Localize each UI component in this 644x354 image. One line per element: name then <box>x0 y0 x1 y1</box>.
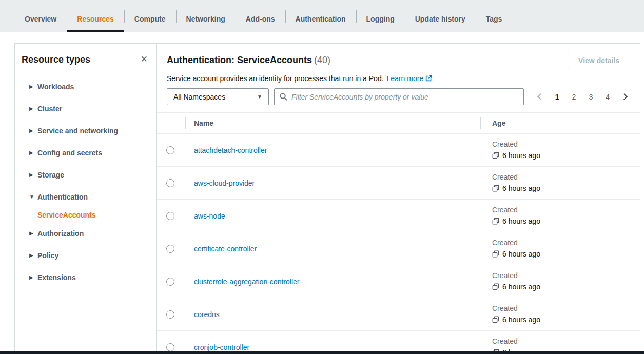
row-radio[interactable] <box>166 343 174 351</box>
sidebar-item-label: Authentication <box>37 193 88 201</box>
search-icon <box>280 93 287 101</box>
pagination: 1 2 3 4 <box>535 92 630 102</box>
row-radio[interactable] <box>166 278 174 286</box>
chevron-right-icon: ▶ <box>29 150 37 155</box>
tab-compute[interactable]: Compute <box>124 0 176 32</box>
tab-label: Add-ons <box>246 15 275 23</box>
resource-link[interactable]: cronjob-controller <box>185 343 249 351</box>
search-input[interactable] <box>291 93 518 101</box>
table-row: certificate-controller Created 6 hours a… <box>157 232 640 265</box>
sidebar-item-policy[interactable]: ▶ Policy <box>15 244 156 266</box>
sidebar-item-authentication[interactable]: ▼ Authentication <box>15 186 156 208</box>
item-count: (40) <box>314 55 330 65</box>
serviceaccounts-panel: Authentication: ServiceAccounts(40) View… <box>157 43 640 354</box>
created-label: Created <box>492 139 640 149</box>
sidebar-item-label: Config and secrets <box>37 149 102 157</box>
tab-label: Resources <box>77 15 114 23</box>
sidebar-item-authorization[interactable]: ▶ Authorization <box>15 222 156 244</box>
resource-link[interactable]: clusterrole-aggregation-controller <box>185 278 299 286</box>
age-value: 6 hours ago <box>502 313 540 326</box>
sidebar-item-serviceaccounts[interactable]: ServiceAccounts <box>15 208 156 222</box>
sidebar-item-cluster[interactable]: ▶ Cluster <box>15 97 156 120</box>
page-button-1[interactable]: 1 <box>552 92 563 102</box>
tab-update-history[interactable]: Update history <box>405 0 476 32</box>
view-details-button[interactable]: View details <box>568 53 630 68</box>
external-link-icon <box>425 75 432 82</box>
copy-icon[interactable] <box>492 250 499 258</box>
age-cell: Created 6 hours ago <box>480 270 640 293</box>
namespace-select[interactable]: All Namespaces ▼ <box>167 88 269 105</box>
created-label: Created <box>492 238 640 248</box>
sidebar-item-label: Workloads <box>37 83 74 91</box>
copy-icon[interactable] <box>492 218 499 225</box>
chevron-left-icon[interactable] <box>537 93 544 100</box>
description: Service account provides an identity for… <box>167 73 630 84</box>
close-icon[interactable]: ✕ <box>140 54 149 65</box>
tab-networking[interactable]: Networking <box>176 0 236 32</box>
description-text: Service account provides an identity for… <box>167 74 384 83</box>
resource-link[interactable]: certificate-controller <box>185 245 257 253</box>
chevron-right-icon[interactable] <box>621 93 628 100</box>
tab-tags[interactable]: Tags <box>476 0 513 32</box>
age-value: 6 hours ago <box>502 182 540 194</box>
resource-link[interactable]: attachdetach-controller <box>185 146 267 154</box>
resource-link[interactable]: aws-cloud-provider <box>185 179 255 187</box>
table-row: attachdetach-controller Created 6 hours … <box>157 134 640 167</box>
age-value: 6 hours ago <box>502 215 540 227</box>
chevron-right-icon: ▶ <box>29 106 37 111</box>
tab-label: Networking <box>186 15 225 23</box>
copy-icon[interactable] <box>492 316 499 323</box>
resource-types-nav: ▶ Workloads ▶ Cluster ▶ Service and netw… <box>15 75 156 288</box>
row-radio[interactable] <box>166 179 174 187</box>
chevron-right-icon: ▶ <box>29 230 37 236</box>
sidebar-item-label: Service and networking <box>37 127 118 135</box>
tab-resources[interactable]: Resources <box>67 0 124 32</box>
age-cell: Created 6 hours ago <box>480 139 640 162</box>
sidebar-item-label: Storage <box>37 171 64 179</box>
age-cell: Created 6 hours ago <box>480 303 640 326</box>
chevron-right-icon: ▶ <box>29 84 37 89</box>
tab-label: Logging <box>366 15 395 23</box>
row-radio[interactable] <box>166 310 174 319</box>
table-row: aws-node Created 6 hours ago <box>157 200 640 232</box>
caret-down-icon: ▼ <box>257 94 262 100</box>
resource-types-header: Resource types ✕ <box>15 44 156 66</box>
sidebar-item-label: Policy <box>37 251 58 260</box>
page-button-2[interactable]: 2 <box>569 92 580 102</box>
tab-overview[interactable]: Overview <box>14 0 67 32</box>
row-radio[interactable] <box>166 146 174 154</box>
copy-icon[interactable] <box>492 152 499 159</box>
resource-link[interactable]: aws-node <box>185 212 225 220</box>
page-title: Authentication: ServiceAccounts(40) <box>167 55 330 66</box>
page-button-3[interactable]: 3 <box>585 92 596 102</box>
panel-header: Authentication: ServiceAccounts(40) View… <box>157 44 640 105</box>
sidebar-item-extensions[interactable]: ▶ Extensions <box>15 266 156 288</box>
resource-link[interactable]: coredns <box>185 310 220 319</box>
sidebar-item-service-and-networking[interactable]: ▶ Service and networking <box>15 120 156 142</box>
sidebar-item-workloads[interactable]: ▶ Workloads <box>15 75 156 97</box>
row-radio[interactable] <box>166 212 174 220</box>
tab-authentication[interactable]: Authentication <box>285 0 356 32</box>
sidebar-item-storage[interactable]: ▶ Storage <box>15 164 156 186</box>
learn-more-link[interactable]: Learn more <box>387 74 433 83</box>
sidebar-item-config-and-secrets[interactable]: ▶ Config and secrets <box>15 142 156 164</box>
chevron-down-icon: ▼ <box>29 194 37 200</box>
age-value: 6 hours ago <box>502 149 540 162</box>
column-header-age: Age <box>480 119 640 127</box>
tab-label: Overview <box>25 15 56 23</box>
namespace-select-value: All Namespaces <box>173 93 225 101</box>
copy-icon[interactable] <box>492 185 499 192</box>
search-box[interactable] <box>274 88 524 105</box>
sidebar-item-label: Authorization <box>37 229 84 238</box>
chevron-right-icon: ▶ <box>29 274 37 280</box>
page-button-4[interactable]: 4 <box>602 92 613 102</box>
tab-add-ons[interactable]: Add-ons <box>236 0 285 32</box>
copy-icon[interactable] <box>492 283 499 290</box>
tab-label: Authentication <box>296 15 346 23</box>
created-label: Created <box>492 270 640 281</box>
age-cell: Created 6 hours ago <box>480 238 640 260</box>
tab-logging[interactable]: Logging <box>356 0 405 32</box>
column-header-name: Name <box>185 119 480 127</box>
age-value: 6 hours ago <box>502 248 540 260</box>
row-radio[interactable] <box>166 245 174 253</box>
